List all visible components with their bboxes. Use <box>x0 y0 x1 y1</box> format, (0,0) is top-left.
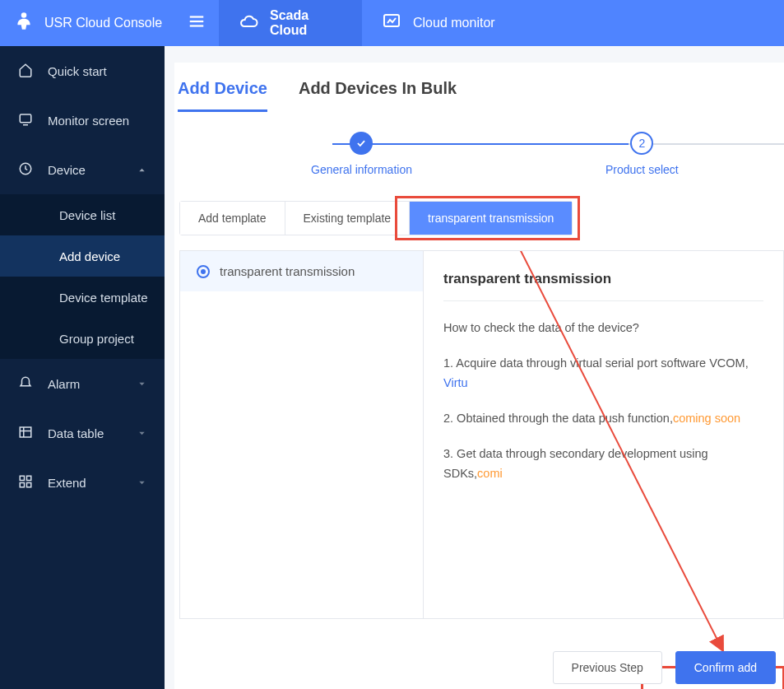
coming-soon-label: coming soon <box>673 412 740 425</box>
sidebar-sub-label: Group project <box>59 332 134 346</box>
coming-soon-label: comi <box>477 467 503 480</box>
alarm-icon <box>18 375 33 393</box>
device-icon <box>18 161 33 179</box>
panel-line-1: 1. Acquire data through virtual serial p… <box>443 353 763 393</box>
monitor-chart-icon <box>382 12 401 35</box>
svg-rect-14 <box>27 482 31 486</box>
chevron-up-icon <box>137 163 146 177</box>
link-vcom[interactable]: Virtu <box>443 376 468 389</box>
radio-transparent-transmission[interactable]: transparent transmission <box>180 251 423 291</box>
menu-icon[interactable] <box>188 12 206 34</box>
panel-line-3: 3. Get data through secondary developmen… <box>443 444 763 484</box>
chevron-down-icon <box>137 476 146 490</box>
sidebar-sub-label: Device template <box>59 291 148 305</box>
previous-step-button[interactable]: Previous Step <box>553 651 662 684</box>
sidebar-sub-label: Device list <box>59 208 115 222</box>
sidebar-label: Quick start <box>48 64 107 78</box>
top-header: USR Cloud Console Scada Cloud Cloud moni… <box>0 0 784 46</box>
sidebar-item-extend[interactable]: Extend <box>0 458 165 507</box>
nav-scada-label: Scada Cloud <box>270 8 342 38</box>
subtabs-wrap: Add template Existing template transpare… <box>174 201 784 235</box>
template-subtabs: Add template Existing template transpare… <box>179 201 573 235</box>
svg-rect-12 <box>27 476 31 480</box>
svg-rect-11 <box>20 476 24 480</box>
chevron-down-icon <box>137 377 146 391</box>
radio-label: transparent transmission <box>220 264 355 278</box>
sidebar-item-device[interactable]: Device <box>0 145 165 194</box>
tab-add-devices-bulk[interactable]: Add Devices In Bulk <box>299 79 457 112</box>
nav-cloud-monitor[interactable]: Cloud monitor <box>362 0 515 46</box>
sidebar-sub-device-list[interactable]: Device list <box>0 194 165 235</box>
svg-point-0 <box>21 12 27 18</box>
sidebar-label: Data table <box>48 426 104 440</box>
radio-icon <box>197 265 210 278</box>
home-icon <box>18 63 33 80</box>
sidebar-item-alarm[interactable]: Alarm <box>0 359 165 408</box>
nav-monitor-label: Cloud monitor <box>413 16 495 30</box>
step-general-information[interactable]: General information <box>311 132 412 176</box>
sidebar: Quick start Monitor screen Device Device… <box>0 46 165 689</box>
sidebar-label: Alarm <box>48 377 80 391</box>
text: 1. Acquire data through virtual serial p… <box>443 356 749 370</box>
tab-add-device[interactable]: Add Device <box>178 79 267 112</box>
sidebar-sub-group-project[interactable]: Group project <box>0 318 165 359</box>
content-right: transparent transmission How to check th… <box>424 251 783 618</box>
sidebar-sub-label: Add device <box>59 249 120 263</box>
table-icon <box>18 425 33 442</box>
sidebar-item-data-table[interactable]: Data table <box>0 408 165 458</box>
step-label: Product select <box>605 163 679 176</box>
subtab-existing-template[interactable]: Existing template <box>285 202 411 235</box>
svg-rect-13 <box>20 482 24 486</box>
content-left: transparent transmission <box>180 251 424 618</box>
sidebar-sub-add-device[interactable]: Add device <box>0 235 165 277</box>
stepper: General information 2 Product select <box>174 132 784 198</box>
sidebar-label: Extend <box>48 476 86 490</box>
check-icon <box>350 132 373 155</box>
subtab-transparent-transmission[interactable]: transparent transmission <box>410 202 572 235</box>
step-product-select[interactable]: 2 Product select <box>605 132 679 176</box>
svg-rect-5 <box>20 114 31 123</box>
panel-title: transparent transmission <box>443 271 763 301</box>
main-area: Add Device Add Devices In Bulk General i… <box>165 46 784 689</box>
screen-icon <box>18 112 33 129</box>
sidebar-item-quick-start[interactable]: Quick start <box>0 46 165 95</box>
footer-buttons: Previous Step Confirm add <box>553 651 776 684</box>
sidebar-label: Device <box>48 163 86 177</box>
cloud-icon <box>239 12 258 35</box>
panel-line-2: 2. Obtained through the data push functi… <box>443 408 763 429</box>
brand-title: USR Cloud Console <box>44 16 162 30</box>
content-panel: transparent transmission transparent tra… <box>179 250 784 619</box>
subtab-add-template[interactable]: Add template <box>180 202 285 235</box>
card: Add Device Add Devices In Bulk General i… <box>174 63 784 689</box>
chevron-down-icon <box>137 426 146 440</box>
sidebar-item-monitor-screen[interactable]: Monitor screen <box>0 95 165 145</box>
panel-question: How to check the data of the device? <box>443 318 763 338</box>
grid-icon <box>18 474 33 491</box>
sidebar-sub-device-template[interactable]: Device template <box>0 277 165 318</box>
sidebar-label: Monitor screen <box>48 114 129 128</box>
page-tabs: Add Device Add Devices In Bulk <box>174 79 784 112</box>
step-label: General information <box>311 163 412 176</box>
brand-logo-icon <box>13 11 35 35</box>
confirm-add-button[interactable]: Confirm add <box>675 651 776 684</box>
step-number: 2 <box>630 132 653 155</box>
text: 2. Obtained through the data push functi… <box>443 412 673 425</box>
brand-area: USR Cloud Console <box>0 0 219 46</box>
svg-rect-8 <box>20 427 31 437</box>
nav-scada-cloud[interactable]: Scada Cloud <box>219 0 362 46</box>
